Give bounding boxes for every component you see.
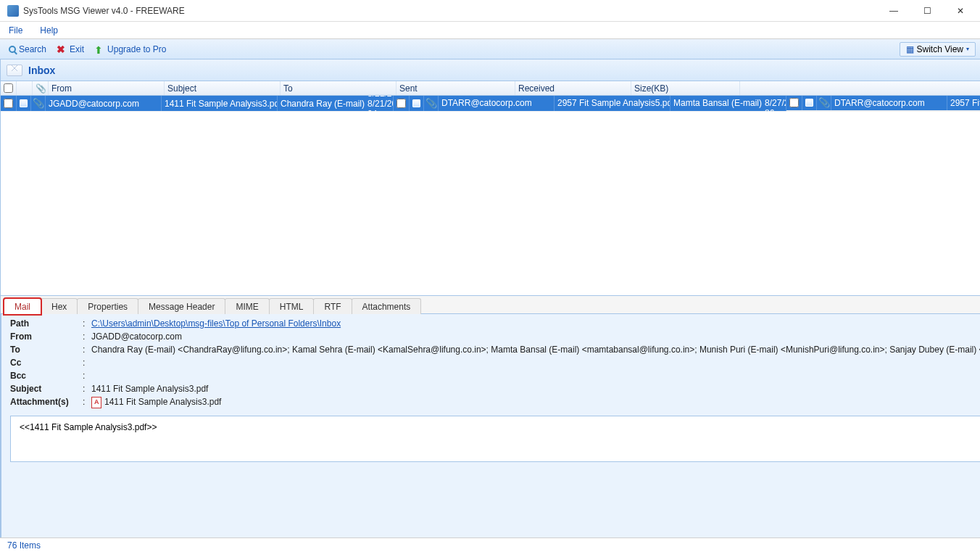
inbox-icon (7, 65, 22, 76)
message-row[interactable]: 📎 JGADD@catocorp.com 1411 Fit Sample Ana… (1, 96, 980, 112)
bcc-value (91, 371, 980, 381)
message-row[interactable]: 📎 DTARR@catocorp.com 2957 Fit Sample Ana… (786, 96, 980, 111)
item-count: 76 Items (7, 540, 41, 551)
col-subject[interactable]: Subject (165, 81, 281, 95)
tab-properties[interactable]: Properties (77, 298, 138, 315)
bcc-label: Bcc (10, 371, 83, 381)
attachments-value: 1411 Fit Sample Analysis3.pdf (91, 397, 980, 408)
window-title: SysTools MSG Viewer v4.0 - FREEWARE (23, 6, 877, 16)
upgrade-button[interactable]: ⬆Upgrade to Pro (90, 43, 170, 56)
tab-hex[interactable]: Hex (41, 298, 78, 315)
row-from: JGADD@catocorp.com (46, 96, 162, 111)
subject-label: Subject (10, 384, 83, 394)
row-received: 8/27/2007 11:56:54 PM (762, 98, 786, 108)
from-label: From (10, 331, 83, 342)
row-subject: 2957 Fit Sample Analysis5.pdf (947, 96, 980, 110)
attachments-label: Attachment(s) (10, 397, 83, 408)
col-from[interactable]: From (49, 81, 165, 95)
chevron-down-icon: ▾ (966, 46, 969, 52)
menubar: File Help (0, 22, 980, 39)
row-to: Chandra Ray (E-mail) 8/21/2007 8:05:51 P… (278, 96, 394, 111)
col-received[interactable]: Received (515, 81, 631, 95)
path-link[interactable]: C:\Users\admin\Desktop\msg-files\Top of … (91, 318, 341, 329)
tab-message-header[interactable]: Message Header (138, 298, 225, 315)
message-row[interactable]: 📎 DTARR@catocorp.com 2957 Fit Sample Ana… (394, 96, 980, 112)
row-size: 86 (762, 108, 786, 111)
envelope-icon (410, 96, 424, 111)
col-size[interactable]: Size(KB) (631, 81, 740, 95)
pdf-icon (91, 397, 101, 408)
row-subject: 1411 Fit Sample Analysis3.pdf (162, 96, 278, 111)
row-from: DTARR@catocorp.com (831, 96, 947, 110)
menu-file[interactable]: File (9, 25, 22, 36)
grid-header[interactable]: 📎 From Subject To Sent Received Size(KB) (1, 81, 980, 96)
maximize-button[interactable]: ☐ (910, 0, 944, 22)
row-size: 94 (365, 109, 394, 112)
switch-view-icon: ▦ (906, 44, 914, 54)
close-button[interactable]: ✕ (944, 0, 977, 22)
cc-value (91, 358, 980, 368)
subject-value: 1411 Fit Sample Analysis3.pdf (91, 384, 980, 394)
mail-body: <<1411 Fit Sample Analysis3.pdf>> ▲▼ (10, 416, 980, 462)
tab-attachments[interactable]: Attachments (352, 298, 422, 315)
titlebar[interactable]: SysTools MSG Viewer v4.0 - FREEWARE — ☐ … (0, 0, 980, 22)
attachment-icon: 📎 (817, 96, 831, 110)
inbox-label: Inbox (28, 65, 55, 76)
row-checkbox[interactable] (394, 96, 410, 111)
inbox-header: Inbox (1, 59, 980, 81)
col-to[interactable]: To (281, 81, 396, 95)
tab-html[interactable]: HTML (269, 298, 315, 315)
attachment-icon: 📎 (424, 96, 439, 111)
row-from: DTARR@catocorp.com (439, 96, 555, 111)
menu-help[interactable]: Help (40, 25, 58, 36)
toolbar: Search ✖Exit ⬆Upgrade to Pro ▦Switch Vie… (0, 39, 980, 59)
path-value: C:\Users\admin\Desktop\msg-files\Top of … (91, 318, 980, 329)
cc-label: Cc (10, 358, 83, 368)
envelope-icon (17, 96, 31, 111)
exit-button[interactable]: ✖Exit (52, 43, 88, 56)
body-text: <<1411 Fit Sample Analysis3.pdf>> (20, 422, 157, 432)
detail-tabs: Mail Hex Properties Message Header MIME … (1, 295, 980, 314)
search-button[interactable]: Search (4, 43, 51, 56)
mail-detail-pane: Date Time : 8/21/2007 8:05:51 PM Path:C:… (1, 314, 980, 537)
app-icon (7, 5, 19, 17)
col-checkbox[interactable] (1, 81, 17, 95)
col-envelope[interactable] (17, 81, 33, 95)
row-checkbox[interactable] (786, 96, 802, 110)
row-subject: 2957 Fit Sample Analysis5.pdf (555, 96, 670, 111)
exit-icon: ✖ (57, 44, 67, 54)
search-icon (9, 46, 16, 53)
row-received: 8/21/2007 8:05:51 PM (365, 99, 394, 109)
upgrade-icon: ⬆ (94, 44, 104, 54)
switch-view-button[interactable]: ▦Switch View▾ (900, 42, 976, 57)
attachment-icon: 📎 (31, 96, 46, 111)
tab-rtf[interactable]: RTF (313, 298, 352, 315)
envelope-icon (802, 96, 817, 110)
to-value: Chandra Ray (E-mail) <ChandraRay@lifung.… (91, 345, 980, 355)
statusbar: 76 Items (0, 537, 980, 552)
col-attachment[interactable]: 📎 (33, 81, 49, 95)
from-value: JGADD@catocorp.com (91, 331, 980, 342)
row-to: Mamta Bansal (E-mail) 8/27/2007 11:56:54… (670, 96, 786, 111)
minimize-button[interactable]: — (877, 0, 910, 22)
path-label: Path (10, 318, 83, 329)
row-checkbox[interactable] (1, 96, 17, 111)
to-label: To (10, 345, 83, 355)
message-grid: 📎 From Subject To Sent Received Size(KB)… (1, 81, 980, 295)
tab-mime[interactable]: MIME (225, 298, 269, 315)
grid-body[interactable]: 📎 JGADD@catocorp.com 1411 Fit Sample Ana… (1, 96, 980, 295)
col-sent[interactable]: Sent (396, 81, 515, 95)
tab-mail[interactable]: Mail (4, 298, 41, 315)
